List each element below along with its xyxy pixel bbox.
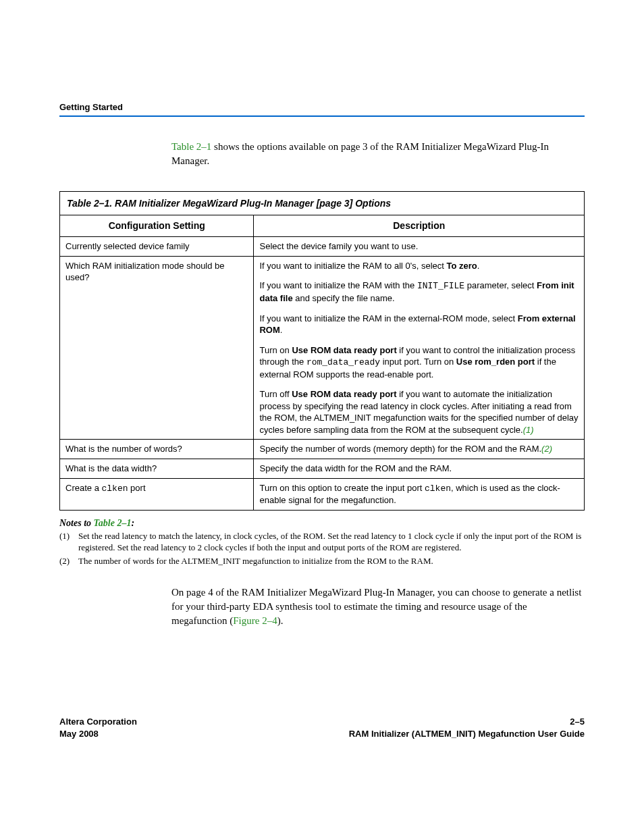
options-table: Table 2–1. RAM Initializer MegaWizard Pl…: [59, 191, 585, 511]
text: Turn off: [259, 389, 292, 399]
note-number: (1): [59, 530, 78, 554]
text: :: [131, 518, 134, 528]
table-row: Create a clken port Turn on this option …: [60, 478, 585, 510]
footer-date: May 2008: [59, 728, 137, 740]
text: If you want to initialize the RAM in the…: [259, 313, 517, 323]
text: input port. Turn on: [380, 357, 456, 367]
note-item: (2) The number of words for the ALTMEM_I…: [59, 555, 585, 567]
table-row: Which RAM initialization mode should be …: [60, 256, 585, 440]
notes-list: (1) Set the read latency to match the la…: [59, 530, 585, 567]
code: clken: [425, 484, 451, 494]
footer-company: Altera Corporation: [59, 716, 137, 728]
text: Create a: [65, 483, 101, 493]
bold: To zero: [447, 261, 477, 271]
text: .: [477, 261, 480, 271]
col-header-description: Description: [254, 215, 585, 237]
text: If you want to initialize the RAM with t…: [259, 280, 417, 290]
cell-desc: Select the device family you want to use…: [254, 237, 585, 257]
table-row: What is the data width? Specify the data…: [60, 459, 585, 478]
text: Specify the number of words (memory dept…: [259, 444, 541, 454]
text: Notes to: [59, 518, 94, 528]
table-link[interactable]: Table 2–1: [94, 518, 132, 528]
note-ref[interactable]: (1): [523, 425, 534, 435]
cell-setting: Currently selected device family: [60, 237, 254, 257]
table-row: What is the number of words? Specify the…: [60, 440, 585, 459]
cell-setting: Which RAM initialization mode should be …: [60, 256, 254, 440]
note-item: (1) Set the read latency to match the la…: [59, 530, 585, 554]
text: ).: [277, 615, 284, 626]
footer-doc-title: RAM Initializer (ALTMEM_INIT) Megafuncti…: [349, 728, 585, 740]
section-header: Getting Started: [59, 101, 585, 117]
note-number: (2): [59, 555, 78, 567]
note-ref[interactable]: (2): [541, 444, 552, 454]
figure-link[interactable]: Figure 2–4: [233, 615, 277, 626]
cell-desc: Specify the data width for the ROM and t…: [254, 459, 585, 478]
text: port: [128, 483, 146, 493]
page-footer: Altera Corporation May 2008 2–5 RAM Init…: [59, 716, 585, 739]
notes-heading: Notes to Table 2–1:: [59, 517, 585, 530]
table-row: Currently selected device family Select …: [60, 237, 585, 257]
note-text: Set the read latency to match the latenc…: [78, 530, 585, 554]
cell-desc: Turn on this option to create the input …: [254, 478, 585, 510]
text: If you want to initialize the RAM to all…: [259, 261, 446, 271]
bold: Use ROM data ready port: [292, 389, 396, 399]
body-paragraph: On page 4 of the RAM Initializer MegaWiz…: [171, 585, 585, 628]
cell-desc: Specify the number of words (memory dept…: [254, 440, 585, 459]
cell-desc: If you want to initialize the RAM to all…: [254, 256, 585, 440]
intro-text: shows the options available on page 3 of…: [171, 141, 549, 166]
text: Turn on: [259, 345, 292, 355]
code: rom_data_ready: [306, 357, 380, 367]
bold: Use rom_rden port: [456, 357, 535, 367]
table-link[interactable]: Table 2–1: [171, 141, 211, 152]
footer-page: 2–5: [349, 716, 585, 728]
code: clken: [101, 484, 128, 494]
text: and specify the file name.: [293, 293, 395, 303]
cell-setting: What is the number of words?: [60, 440, 254, 459]
code: INIT_FILE: [417, 281, 464, 291]
bold: Use ROM data ready port: [292, 345, 396, 355]
text: parameter, select: [464, 280, 537, 290]
text: Turn on this option to create the input …: [259, 483, 425, 493]
intro-paragraph: Table 2–1 shows the options available on…: [171, 140, 585, 168]
cell-setting: Create a clken port: [60, 478, 254, 510]
note-text: The number of words for the ALTMEM_INIT …: [78, 555, 585, 567]
cell-setting: What is the data width?: [60, 459, 254, 478]
text: .: [280, 325, 283, 335]
col-header-setting: Configuration Setting: [60, 215, 254, 237]
table-title: Table 2–1. RAM Initializer MegaWizard Pl…: [60, 191, 585, 215]
